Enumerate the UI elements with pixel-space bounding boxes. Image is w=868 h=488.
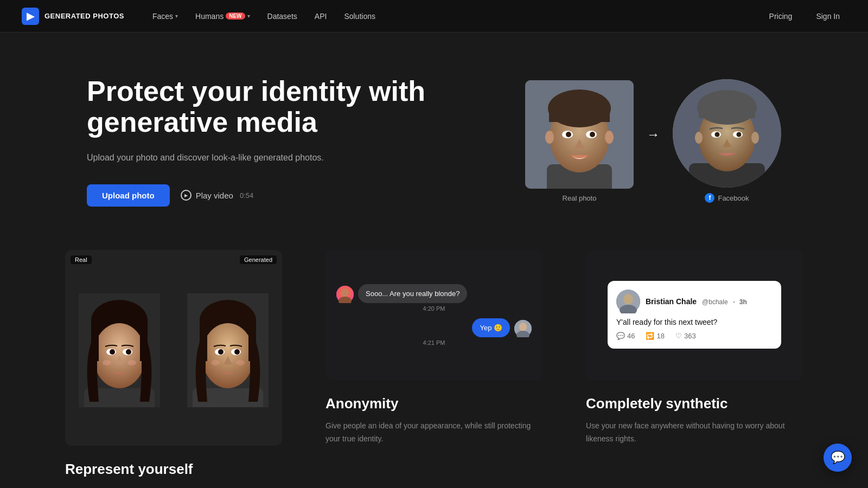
brand-logo[interactable]: ▶ GENERATED PHOTOS bbox=[22, 8, 124, 25]
tweet-retweets: 🔁 18 bbox=[646, 332, 664, 340]
nav-signin[interactable]: Sign In bbox=[809, 9, 846, 24]
gen-face-card-svg bbox=[187, 288, 269, 407]
chat-messages: Sooo... Are you really blonde? 4:20 PM Y… bbox=[336, 284, 532, 346]
nav-humans-label: Humans bbox=[195, 12, 224, 21]
synthetic-card: Bristian Chale @bchale · 3h Y'all ready … bbox=[564, 250, 825, 478]
svg-point-32 bbox=[126, 349, 131, 355]
play-duration: 0:54 bbox=[240, 191, 253, 200]
likes-count: 363 bbox=[684, 332, 696, 340]
tweet-time-val: 3h bbox=[739, 298, 747, 306]
navbar: ▶ GENERATED PHOTOS Faces ▾ Humans New ▾ … bbox=[0, 0, 868, 33]
chat-support-icon: 💬 bbox=[831, 451, 845, 465]
svg-point-20 bbox=[737, 132, 742, 137]
hero-generated-photo-wrapper: f Facebook bbox=[673, 79, 781, 203]
nav-right: Pricing Sign In bbox=[763, 9, 846, 24]
chat-time-2: 4:21 PM bbox=[336, 339, 532, 346]
svg-point-10 bbox=[605, 131, 614, 144]
svg-point-21 bbox=[695, 132, 703, 144]
svg-point-45 bbox=[211, 360, 220, 365]
play-video-button[interactable]: ▶ Play video 0:54 bbox=[181, 190, 254, 201]
generated-face-half: Generated bbox=[174, 250, 282, 446]
tweet-time: · bbox=[733, 298, 735, 306]
nav-solutions[interactable]: Solutions bbox=[337, 9, 382, 24]
hero-generated-photo bbox=[673, 79, 781, 188]
svg-point-19 bbox=[715, 132, 720, 137]
chat-message-2: Yep 🙂 bbox=[472, 318, 532, 337]
tweet-content: Y'all ready for this next tweet? bbox=[616, 318, 773, 326]
real-tag: Real bbox=[71, 255, 92, 264]
svg-rect-16 bbox=[699, 107, 755, 118]
anonymity-title: Anonymity bbox=[326, 395, 542, 412]
nav-pricing[interactable]: Pricing bbox=[763, 9, 799, 24]
svg-rect-4 bbox=[549, 108, 610, 122]
hero-real-photo-wrapper: Real photo bbox=[525, 80, 634, 202]
hero-section: Protect your identity with generative me… bbox=[0, 33, 868, 239]
anonymity-card-image: Sooo... Are you really blonde? 4:20 PM Y… bbox=[326, 250, 542, 380]
chevron-down-icon: ▾ bbox=[247, 13, 250, 19]
chat-avatar-2 bbox=[514, 320, 532, 337]
bubble-text-2: Yep 🙂 bbox=[472, 318, 510, 337]
nav-faces[interactable]: Faces ▾ bbox=[146, 9, 184, 24]
platform-label: f Facebook bbox=[705, 193, 749, 203]
retweet-icon: 🔁 bbox=[646, 332, 654, 340]
bubble-text-1: Sooo... Are you really blonde? bbox=[358, 284, 467, 303]
real-photo-label: Real photo bbox=[563, 194, 597, 202]
real-face-card-svg bbox=[79, 288, 160, 407]
svg-point-46 bbox=[236, 360, 245, 365]
svg-point-48 bbox=[341, 288, 349, 297]
tweet-user: Bristian Chale @bchale · 3h bbox=[646, 297, 747, 306]
heart-icon: ♡ bbox=[675, 332, 682, 340]
hero-actions: Upload photo ▶ Play video 0:54 bbox=[87, 184, 482, 207]
upload-photo-button[interactable]: Upload photo bbox=[87, 184, 170, 207]
chat-message-1: Sooo... Are you really blonde? bbox=[336, 284, 467, 303]
tweet-header: Bristian Chale @bchale · 3h bbox=[616, 290, 773, 313]
svg-point-33 bbox=[103, 360, 111, 365]
platform-name: Facebook bbox=[718, 194, 749, 202]
represent-card-image: Real bbox=[65, 250, 282, 446]
play-label: Play video bbox=[196, 191, 233, 200]
anonymity-desc: Give people an idea of your appearance, … bbox=[326, 420, 542, 446]
tweet-stats: 💬 46 🔁 18 ♡ 363 bbox=[616, 332, 773, 340]
svg-point-54 bbox=[623, 294, 633, 305]
feature-cards: Real bbox=[0, 250, 868, 478]
tweet-likes: ♡ 363 bbox=[675, 332, 696, 340]
tweet-comments: 💬 46 bbox=[616, 332, 635, 340]
nav-humans[interactable]: Humans New ▾ bbox=[189, 9, 256, 24]
hero-text: Protect your identity with generative me… bbox=[87, 76, 482, 207]
svg-point-51 bbox=[519, 323, 527, 331]
svg-point-22 bbox=[751, 132, 759, 144]
comment-count: 46 bbox=[627, 332, 635, 340]
tweet-avatar bbox=[616, 290, 640, 313]
generated-face-svg bbox=[673, 79, 781, 188]
tweet-box: Bristian Chale @bchale · 3h Y'all ready … bbox=[608, 281, 781, 349]
chat-bubble-1: Sooo... Are you really blonde? bbox=[358, 284, 467, 303]
represent-title: Represent yourself bbox=[65, 461, 282, 478]
nav-api-label: API bbox=[315, 12, 327, 21]
tweet-handle: @bchale bbox=[702, 298, 728, 306]
nav-api[interactable]: API bbox=[308, 9, 334, 24]
nav-faces-label: Faces bbox=[152, 12, 173, 21]
nav-humans-badge: New bbox=[226, 12, 245, 20]
real-face-half: Real bbox=[65, 250, 174, 446]
nav-solutions-label: Solutions bbox=[344, 12, 375, 21]
tweet-name: Bristian Chale @bchale · 3h bbox=[646, 297, 747, 306]
svg-point-31 bbox=[110, 349, 115, 355]
hero-real-photo bbox=[525, 80, 634, 189]
generated-tag: Generated bbox=[240, 255, 277, 264]
retweet-count: 18 bbox=[656, 332, 664, 340]
chat-support-button[interactable]: 💬 bbox=[824, 444, 852, 472]
brand-name: GENERATED PHOTOS bbox=[44, 12, 124, 20]
synthetic-card-image: Bristian Chale @bchale · 3h Y'all ready … bbox=[586, 250, 803, 380]
facebook-icon: f bbox=[705, 193, 714, 203]
svg-point-44 bbox=[234, 349, 240, 355]
arrow-right-icon: → bbox=[647, 127, 660, 142]
nav-datasets-label: Datasets bbox=[267, 12, 297, 21]
svg-point-9 bbox=[545, 131, 554, 144]
represent-desc: Get generated photos that will remind yo… bbox=[65, 485, 282, 488]
svg-point-7 bbox=[566, 132, 571, 137]
nav-datasets[interactable]: Datasets bbox=[261, 9, 304, 24]
nav-items: Faces ▾ Humans New ▾ Datasets API Soluti… bbox=[146, 9, 763, 24]
anonymity-card: Sooo... Are you really blonde? 4:20 PM Y… bbox=[304, 250, 564, 478]
hero-title: Protect your identity with generative me… bbox=[87, 76, 482, 138]
logo-icon: ▶ bbox=[22, 8, 39, 25]
